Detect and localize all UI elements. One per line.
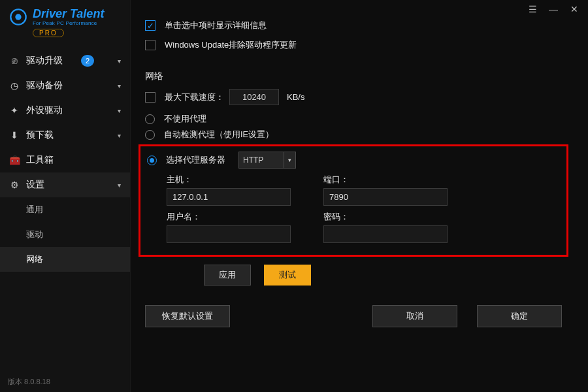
brand-sub: For Peak PC Performance <box>33 20 104 26</box>
label-host: 主机： <box>167 174 291 186</box>
monitor-icon: ⎚ <box>9 56 20 66</box>
label-unit: KB/s <box>287 92 304 102</box>
input-username[interactable] <box>167 225 291 243</box>
label-no-proxy: 不使用代理 <box>164 113 206 125</box>
toolbox-icon: 🧰 <box>9 155 20 165</box>
chevron-down-icon: ▾ <box>118 57 121 65</box>
logo-area: Driver Talent For Peak PC Performance PR… <box>0 0 130 44</box>
test-button[interactable]: 测试 <box>264 265 311 286</box>
checkbox-show-detail[interactable] <box>145 20 155 31</box>
chevron-down-icon: ▾ <box>118 132 121 139</box>
close-icon[interactable]: ✕ <box>568 4 580 14</box>
download-icon: ⬇ <box>9 130 20 140</box>
label-username: 用户名： <box>167 211 291 223</box>
gear-logo-icon <box>9 8 27 26</box>
cancel-button[interactable]: 取消 <box>372 305 457 327</box>
settings-content: 单击选中项时显示详细信息 Windows Update排除驱动程序更新 网络 最… <box>131 14 588 340</box>
label-port: 端口： <box>323 174 448 186</box>
clock-icon: ◷ <box>9 80 20 91</box>
sidebar-item-label: 工具箱 <box>26 154 54 166</box>
checkbox-exclude-wu[interactable] <box>145 40 155 50</box>
menu-icon[interactable]: ☰ <box>527 4 538 14</box>
input-password[interactable] <box>323 225 448 243</box>
sidebar-item-upgrade[interactable]: ⎚ 驱动升级 2 ▾ <box>0 48 130 73</box>
sidebar-item-label: 驱动备份 <box>26 80 63 91</box>
restore-defaults-button[interactable]: 恢复默认设置 <box>145 305 230 327</box>
sidebar: Driver Talent For Peak PC Performance PR… <box>0 0 131 392</box>
version-label: 版本 8.0.8.18 <box>0 372 130 392</box>
nav-list: ⎚ 驱动升级 2 ▾ ◷ 驱动备份 ▾ ✦ 外设驱动 ▾ ⬇ 预下载 ▾ 🧰 <box>0 48 130 272</box>
label-password: 密码： <box>323 211 448 223</box>
chevron-down-icon: ▾ <box>118 107 121 114</box>
sidebar-item-label: 外设驱动 <box>26 105 63 116</box>
sidebar-item-settings[interactable]: ⚙ 设置 ▾ <box>0 172 130 197</box>
chevron-down-icon: ▾ <box>118 82 121 90</box>
sidebar-sub-driver[interactable]: 驱动 <box>0 222 130 247</box>
select-proxy-type-value: HTTP <box>243 155 263 165</box>
gear-icon: ⚙ <box>9 180 20 190</box>
label-show-detail: 单击选中项时显示详细信息 <box>165 20 267 31</box>
select-proxy-type[interactable]: HTTP ▾ <box>238 152 296 169</box>
chevron-down-icon: ▾ <box>284 152 291 168</box>
brand-title: Driver Talent <box>33 8 104 20</box>
usb-icon: ✦ <box>9 105 20 116</box>
svg-point-1 <box>15 14 21 20</box>
chevron-down-icon: ▾ <box>118 182 121 189</box>
sidebar-sub-general[interactable]: 通用 <box>0 197 130 222</box>
label-choose-proxy: 选择代理服务器 <box>166 154 225 166</box>
sidebar-item-label: 预下载 <box>26 129 54 141</box>
apply-button[interactable]: 应用 <box>204 265 251 286</box>
sidebar-item-peripheral[interactable]: ✦ 外设驱动 ▾ <box>0 98 130 123</box>
sidebar-item-label: 驱动升级 <box>26 55 63 67</box>
proxy-highlight-box: 选择代理服务器 HTTP ▾ 主机： 端口： <box>139 144 568 257</box>
checkbox-max-speed[interactable] <box>145 92 155 103</box>
label-max-speed: 最大下载速度： <box>165 91 224 103</box>
input-max-speed[interactable] <box>229 89 279 105</box>
minimize-icon[interactable]: — <box>547 4 559 14</box>
label-exclude-wu: Windows Update排除驱动程序更新 <box>165 39 297 51</box>
radio-auto-proxy[interactable] <box>145 130 155 140</box>
input-port[interactable] <box>323 188 448 206</box>
titlebar: ☰ — ✕ <box>131 0 588 14</box>
input-host[interactable] <box>167 188 291 206</box>
sidebar-item-backup[interactable]: ◷ 驱动备份 ▾ <box>0 73 130 98</box>
sidebar-item-label: 设置 <box>26 179 44 191</box>
sidebar-sub-network[interactable]: 网络 <box>0 247 130 272</box>
label-auto-proxy: 自动检测代理（使用IE设置） <box>164 129 274 140</box>
radio-no-proxy[interactable] <box>145 114 155 124</box>
main-panel: ☰ — ✕ 单击选中项时显示详细信息 Windows Update排除驱动程序更… <box>131 0 588 392</box>
radio-choose-proxy[interactable] <box>147 155 157 165</box>
section-title-network: 网络 <box>145 71 562 82</box>
badge-count: 2 <box>81 55 94 67</box>
ok-button[interactable]: 确定 <box>477 305 562 327</box>
sidebar-item-toolbox[interactable]: 🧰 工具箱 <box>0 148 130 172</box>
pro-badge: PRO <box>33 29 64 37</box>
sidebar-item-predownload[interactable]: ⬇ 预下载 ▾ <box>0 123 130 148</box>
